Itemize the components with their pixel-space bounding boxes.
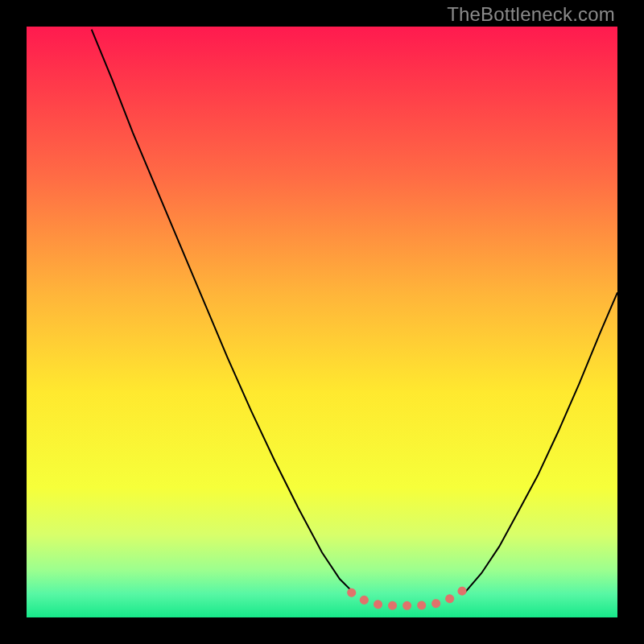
curves-layer [27,27,617,617]
left-curve [92,30,355,594]
right-curve [464,292,617,593]
valley-highlight [352,588,467,605]
plot-area [27,27,617,617]
watermark-text: TheBottleneck.com [447,3,615,26]
chart-frame: TheBottleneck.com [0,0,644,644]
